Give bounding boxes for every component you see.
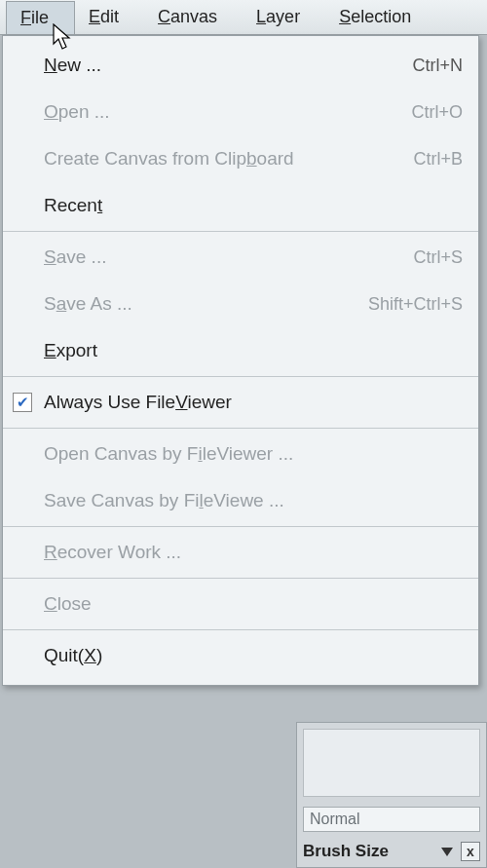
menuitem-recent[interactable]: Recent bbox=[3, 182, 478, 229]
separator bbox=[3, 526, 478, 527]
blend-mode-value: Normal bbox=[310, 811, 360, 828]
blend-mode-select[interactable]: Normal bbox=[303, 807, 480, 832]
close-icon: x bbox=[467, 844, 474, 859]
brush-size-label: Brush Size bbox=[303, 842, 389, 861]
menuitem-recover-work[interactable]: Recover Work ... bbox=[3, 529, 478, 576]
separator bbox=[3, 376, 478, 377]
menu-file-accel: F bbox=[20, 8, 31, 27]
menu-layer[interactable]: Layer bbox=[243, 1, 325, 33]
menu-selection[interactable]: Selection bbox=[325, 1, 436, 33]
menuitem-save-by-fileviewer[interactable]: Save Canvas by FileViewe ... bbox=[3, 477, 478, 524]
close-button[interactable]: x bbox=[461, 842, 480, 861]
separator bbox=[3, 629, 478, 630]
menu-canvas[interactable]: Canvas bbox=[144, 1, 243, 33]
menuitem-export[interactable]: Export bbox=[3, 327, 478, 374]
menu-file-post: ile bbox=[31, 8, 49, 27]
separator bbox=[3, 231, 478, 232]
menu-file[interactable]: File bbox=[6, 1, 75, 34]
shortcut-new: Ctrl+N bbox=[393, 56, 463, 76]
menubar: File Edit Canvas Layer Selection bbox=[0, 0, 487, 35]
separator bbox=[3, 578, 478, 579]
menuitem-create-from-clipboard[interactable]: Create Canvas from Clipboard Ctrl+B bbox=[3, 135, 478, 182]
menu-edit[interactable]: Edit bbox=[75, 1, 144, 33]
brush-preview bbox=[303, 729, 480, 797]
menuitem-open[interactable]: Open ... Ctrl+O bbox=[3, 89, 478, 135]
menuitem-always-fileviewer[interactable]: ✔ Always Use FileViewer bbox=[3, 379, 478, 426]
menuitem-save-as[interactable]: Save As ... Shift+Ctrl+S bbox=[3, 281, 478, 327]
menuitem-quit[interactable]: Quit(X) bbox=[3, 632, 478, 679]
brush-panel: Normal Brush Size x bbox=[296, 722, 487, 868]
checkbox-icon: ✔ bbox=[13, 393, 32, 412]
shortcut-save-as: Shift+Ctrl+S bbox=[349, 294, 463, 315]
shortcut-open: Ctrl+O bbox=[392, 102, 463, 123]
dropdown-triangle-icon[interactable] bbox=[441, 848, 453, 856]
menuitem-save[interactable]: Save ... Ctrl+S bbox=[3, 234, 478, 281]
file-dropdown: New ... Ctrl+N Open ... Ctrl+O Create Ca… bbox=[2, 35, 479, 686]
shortcut-clipboard: Ctrl+B bbox=[393, 149, 463, 170]
separator bbox=[3, 428, 478, 429]
menuitem-open-by-fileviewer[interactable]: Open Canvas by FileViewer ... bbox=[3, 431, 478, 477]
shortcut-save: Ctrl+S bbox=[393, 247, 463, 268]
menuitem-new[interactable]: New ... Ctrl+N bbox=[3, 42, 478, 89]
menuitem-close[interactable]: Close bbox=[3, 581, 478, 627]
